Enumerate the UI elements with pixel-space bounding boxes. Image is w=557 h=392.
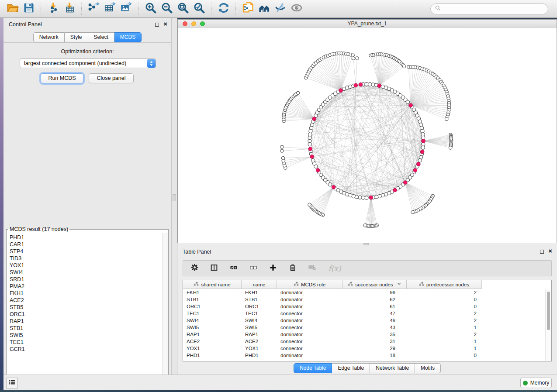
- mcds-result-item[interactable]: RAP1: [10, 318, 162, 325]
- mcds-result-item[interactable]: ACE2: [10, 297, 162, 304]
- horizontal-splitter[interactable]: [177, 243, 557, 246]
- table-row[interactable]: ORC1ORC1dominator610: [183, 303, 545, 310]
- gear-button[interactable]: [189, 263, 200, 274]
- mcds-result-item[interactable]: FKH1: [10, 290, 162, 297]
- table-row[interactable]: SWI5SWI5connector431: [183, 324, 545, 331]
- cell-predecessor-nodes: 2: [407, 311, 482, 316]
- mcds-result-item[interactable]: PHD1: [10, 234, 162, 241]
- export-table-button[interactable]: [102, 1, 118, 16]
- hide-selected-button[interactable]: [272, 1, 288, 16]
- attribute-tree-icon: [294, 282, 299, 288]
- scrollbar-thumb[interactable]: [547, 292, 550, 330]
- cell-predecessor-nodes: 1: [407, 346, 482, 351]
- cell-name: SWI5: [242, 325, 277, 330]
- export-network-button[interactable]: [86, 1, 102, 16]
- tab-motifs[interactable]: Motifs: [415, 363, 441, 373]
- column-header-successor-nodes[interactable]: successor nodes: [343, 280, 407, 289]
- open-file-button[interactable]: [4, 1, 21, 16]
- zoom-out-button[interactable]: [159, 1, 175, 16]
- column-header-shared-name[interactable]: shared name: [183, 280, 242, 289]
- control-panel-title: Control Panel: [9, 21, 42, 28]
- table-row[interactable]: ACE2ACE2connector311: [183, 338, 545, 345]
- mcds-list-scrollbar[interactable]: [162, 233, 168, 389]
- mcds-result-item[interactable]: STB1: [10, 325, 162, 332]
- split-columns-button[interactable]: [209, 263, 219, 274]
- tab-node-table[interactable]: Node Table: [294, 363, 332, 373]
- save-button[interactable]: [21, 1, 37, 16]
- table-scrollbar[interactable]: [545, 289, 551, 361]
- cell-MCDS-role: dominator: [277, 297, 343, 302]
- vertical-splitter[interactable]: [171, 18, 177, 375]
- task-history-button[interactable]: [6, 378, 18, 389]
- tab-mcds[interactable]: MCDS: [114, 32, 142, 42]
- refresh-icon: [218, 2, 230, 16]
- toolbar-separator: [138, 3, 138, 15]
- table-row[interactable]: RAP1RAP1dominator352: [183, 331, 545, 338]
- cell-successor-nodes: 47: [343, 311, 407, 316]
- mcds-result-item[interactable]: YOX1: [10, 262, 162, 269]
- duplicate-network-button[interactable]: [240, 1, 256, 16]
- mcds-result-item[interactable]: SRD1: [10, 276, 162, 283]
- delete-row-button[interactable]: [287, 263, 298, 274]
- refresh-button[interactable]: [215, 1, 232, 16]
- tab-network[interactable]: Network: [33, 32, 65, 42]
- tab-style[interactable]: Style: [65, 32, 88, 42]
- table-row[interactable]: TEC1TEC1connector472: [183, 310, 545, 317]
- mcds-result-item[interactable]: STP4: [10, 248, 162, 255]
- import-network-button[interactable]: [45, 1, 61, 16]
- zoom-fit-button[interactable]: [175, 1, 191, 16]
- search-input[interactable]: [443, 6, 544, 12]
- cell-successor-nodes: 43: [343, 325, 407, 330]
- table-panel-title: Table Panel: [183, 249, 211, 255]
- run-mcds-button[interactable]: Run MCDS: [41, 73, 83, 83]
- cell-shared-name: SWI4: [183, 318, 242, 323]
- split-columns-icon: [210, 264, 218, 273]
- column-header-predecessor-nodes[interactable]: predecessor nodes: [407, 280, 482, 289]
- cell-name: ACE2: [242, 339, 277, 344]
- close-panel-button[interactable]: Close panel: [89, 73, 134, 83]
- cell-predecessor-nodes: 1: [407, 339, 482, 344]
- mcds-result-item[interactable]: CAR1: [10, 241, 162, 248]
- table-row[interactable]: YOX1YOX1connector291: [183, 345, 545, 352]
- optimization-criterion-select[interactable]: largest connected component (undirected): [20, 58, 156, 68]
- zoom-in-button[interactable]: [142, 1, 159, 16]
- optimization-criterion-label: Optimization criterion:: [3, 48, 171, 55]
- export-image-button[interactable]: [118, 1, 134, 16]
- tab-network-table[interactable]: Network Table: [370, 363, 415, 373]
- zoom-selected-button[interactable]: [191, 1, 207, 16]
- mcds-result-item[interactable]: STB5: [10, 304, 162, 311]
- table-row[interactable]: SWI4SWI4dominator462: [183, 317, 545, 324]
- add-row-button[interactable]: [268, 263, 278, 274]
- mcds-result-item[interactable]: SWI4: [10, 269, 162, 276]
- first-neighbors-button[interactable]: [256, 1, 272, 16]
- table-row[interactable]: STB1STB1dominator620: [183, 296, 545, 303]
- tab-edge-table[interactable]: Edge Table: [332, 363, 370, 373]
- splitter-grip[interactable]: [363, 243, 369, 245]
- mcds-result-item[interactable]: TEC1: [10, 339, 162, 346]
- table-row[interactable]: FKH1FKH1dominator962: [183, 289, 545, 296]
- show-all-button[interactable]: [288, 1, 304, 16]
- desktop-wallpaper-left: [0, 18, 3, 392]
- close-panel-icon[interactable]: ×: [163, 20, 167, 28]
- float-panel-icon[interactable]: [155, 23, 159, 27]
- mcds-result-item[interactable]: SWI5: [10, 332, 162, 339]
- mcds-result-item[interactable]: ORC1: [10, 311, 162, 318]
- search-box[interactable]: [430, 3, 548, 14]
- table-row[interactable]: PHD1PHD1dominator180: [183, 352, 545, 359]
- mcds-result-item[interactable]: PMA2: [10, 283, 162, 290]
- close-panel-icon[interactable]: ×: [548, 247, 552, 255]
- mcds-result-item[interactable]: GCR1: [10, 346, 162, 353]
- float-panel-icon[interactable]: [540, 250, 544, 254]
- splitter-grip[interactable]: [173, 194, 176, 201]
- deselect-all-button[interactable]: [248, 263, 259, 274]
- network-canvas[interactable]: [178, 28, 557, 243]
- memory-button[interactable]: Memory: [520, 378, 552, 388]
- mcds-result-item[interactable]: TID3: [10, 255, 162, 262]
- import-table-button[interactable]: [61, 1, 77, 16]
- tab-select[interactable]: Select: [88, 32, 114, 42]
- export-table-icon: [104, 2, 116, 16]
- select-all-button[interactable]: [228, 263, 239, 274]
- column-label: MCDS role: [301, 282, 325, 287]
- column-header-name[interactable]: name: [242, 280, 277, 289]
- column-header-MCDS-role[interactable]: MCDS role: [277, 280, 343, 289]
